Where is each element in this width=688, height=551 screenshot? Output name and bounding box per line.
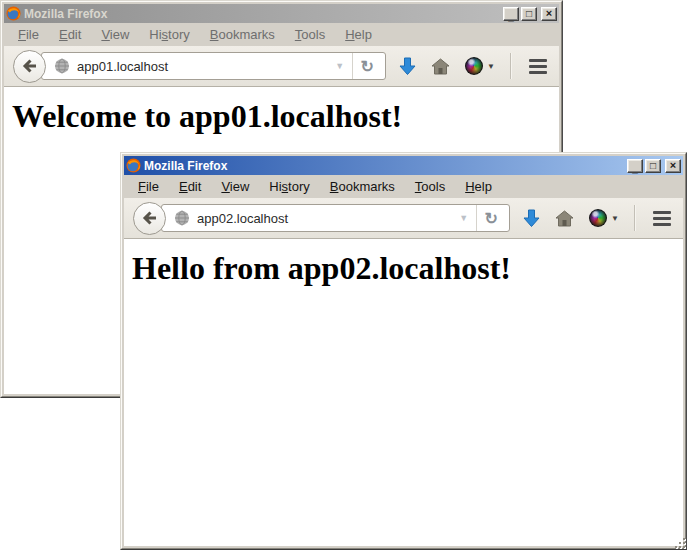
addon-color-wheel-icon	[589, 209, 607, 227]
menu-item-bookmarks[interactable]: Bookmarks	[200, 25, 285, 44]
site-globe-icon	[54, 58, 70, 74]
menu-item-file[interactable]: File	[128, 177, 169, 196]
menu-hamburger-button[interactable]	[526, 57, 550, 76]
close-button[interactable]: ×	[541, 7, 557, 21]
download-arrow-icon	[399, 57, 416, 76]
downloads-button[interactable]	[523, 209, 540, 228]
menu-item-history[interactable]: History	[139, 25, 199, 44]
reload-button[interactable]: ↻	[476, 205, 505, 231]
menu-bar: FileEditViewHistoryBookmarksToolsHelp	[4, 23, 559, 46]
menu-item-view[interactable]: View	[211, 177, 259, 196]
titlebar[interactable]: Mozilla Firefox _ □ ×	[4, 4, 559, 23]
menu-item-history[interactable]: History	[259, 177, 319, 196]
menu-item-edit[interactable]: Edit	[49, 25, 91, 44]
menu-item-help[interactable]: Help	[455, 177, 502, 196]
window-title: Mozilla Firefox	[144, 159, 624, 173]
toolbar-separator	[510, 53, 511, 79]
site-globe-icon	[174, 210, 190, 226]
url-bar[interactable]: app01.localhost ▼ ↻	[41, 52, 386, 80]
navigation-toolbar: app02.localhost ▼ ↻ ▼	[124, 198, 683, 239]
back-arrow-icon	[142, 210, 158, 226]
close-button[interactable]: ×	[665, 159, 681, 173]
maximize-button[interactable]: □	[645, 159, 661, 173]
window-title: Mozilla Firefox	[24, 7, 500, 21]
toolbar-separator	[634, 205, 635, 231]
firefox-logo-icon	[126, 158, 141, 173]
page-content: Hello from app02.localhost!	[124, 239, 683, 546]
home-icon	[431, 58, 450, 75]
navigation-toolbar: app01.localhost ▼ ↻ ▼	[4, 46, 559, 87]
menu-hamburger-button[interactable]	[650, 209, 674, 228]
menu-item-tools[interactable]: Tools	[405, 177, 455, 196]
url-text[interactable]: app02.localhost	[197, 211, 451, 226]
page-heading: Welcome to app01.localhost!	[12, 98, 551, 135]
addon-color-wheel-button[interactable]: ▼	[465, 57, 495, 75]
url-bar[interactable]: app02.localhost ▼ ↻	[161, 204, 510, 232]
firefox-logo-icon	[6, 6, 21, 21]
resize-grip[interactable]	[673, 536, 686, 549]
menu-item-view[interactable]: View	[91, 25, 139, 44]
home-button[interactable]	[431, 58, 450, 75]
minimize-button[interactable]: _	[503, 7, 519, 21]
download-arrow-icon	[523, 209, 540, 228]
urlbar-dropdown-icon[interactable]: ▼	[327, 61, 352, 71]
back-button[interactable]	[13, 50, 46, 83]
addon-color-wheel-icon	[465, 57, 483, 75]
home-button[interactable]	[555, 210, 574, 227]
maximize-button[interactable]: □	[521, 7, 537, 21]
downloads-button[interactable]	[399, 57, 416, 76]
menu-item-help[interactable]: Help	[335, 25, 382, 44]
firefox-window-app02: Mozilla Firefox _ □ × FileEditViewHistor…	[120, 152, 687, 550]
menu-item-edit[interactable]: Edit	[169, 177, 211, 196]
menu-item-tools[interactable]: Tools	[285, 25, 335, 44]
url-text[interactable]: app01.localhost	[77, 59, 327, 74]
home-icon	[555, 210, 574, 227]
back-button[interactable]	[133, 202, 166, 235]
addon-color-wheel-button[interactable]: ▼	[589, 209, 619, 227]
menu-item-bookmarks[interactable]: Bookmarks	[320, 177, 405, 196]
back-arrow-icon	[22, 58, 38, 74]
chevron-down-icon: ▼	[611, 214, 619, 223]
page-heading: Hello from app02.localhost!	[132, 250, 675, 287]
titlebar[interactable]: Mozilla Firefox _ □ ×	[124, 156, 683, 175]
minimize-button[interactable]: _	[627, 159, 643, 173]
chevron-down-icon: ▼	[487, 62, 495, 71]
urlbar-dropdown-icon[interactable]: ▼	[451, 213, 476, 223]
reload-button[interactable]: ↻	[352, 53, 381, 79]
menu-item-file[interactable]: File	[8, 25, 49, 44]
menu-bar: FileEditViewHistoryBookmarksToolsHelp	[124, 175, 683, 198]
